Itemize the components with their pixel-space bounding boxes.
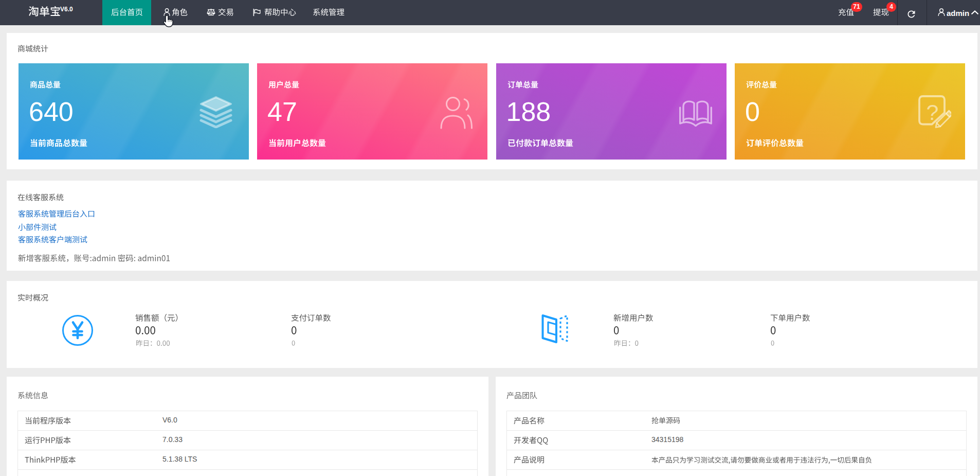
svg-text:?: ? — [927, 100, 939, 125]
